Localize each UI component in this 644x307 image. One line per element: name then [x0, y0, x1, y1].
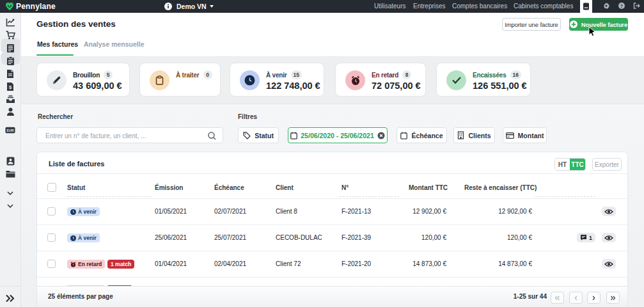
svg-text:EUR: EUR [7, 128, 14, 132]
svg-text:?: ? [620, 4, 623, 8]
